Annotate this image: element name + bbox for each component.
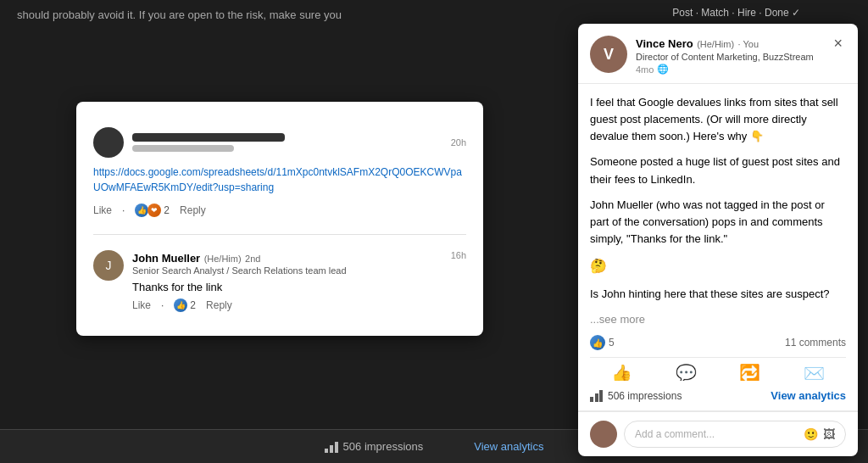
reactions-left: 👍 5 [590, 335, 615, 350]
bar1 [590, 397, 593, 402]
john-like-btn[interactable]: Like [132, 299, 151, 311]
comment1-like-btn[interactable]: Like [93, 204, 112, 216]
comment1-link[interactable]: https://docs.google.com/spreadsheets/d/1… [93, 165, 466, 195]
impressions-bar-icon [590, 390, 603, 402]
reaction-icon-1: 👍 [135, 204, 148, 217]
author-meta: 4mo 🌐 [636, 64, 814, 75]
comment1-like-count: 2 [164, 204, 170, 216]
media-upload-icon[interactable]: 🖼 [823, 427, 835, 441]
comment-action-icon: 💬 [676, 365, 697, 381]
john-actions: Like · 👍 2 Reply [132, 298, 466, 312]
comment-divider [93, 234, 466, 235]
view-analytics-link[interactable]: View analytics [771, 389, 846, 402]
impressions-bar: 506 impressions View analytics [578, 381, 858, 411]
comment-input-row: Add a comment... 🙂 🖼 [578, 411, 858, 456]
john-avatar: J [93, 250, 124, 281]
close-button[interactable]: × [830, 36, 846, 51]
author-subtitle: Director of Content Marketing, BuzzStrea… [636, 52, 814, 62]
author-name-row: Vince Nero (He/Him) · You [636, 36, 814, 51]
linkedin-comments-card: 20h https://docs.google.com/spreadsheets… [76, 102, 483, 336]
top-bar-hint: Post · Match · Hire · Done ✓ [672, 7, 800, 19]
reactions-count: 5 [609, 337, 615, 349]
bottom-impression-count: 506 impressions [343, 440, 424, 453]
john-comment-block: J John Mueller (He/Him) 2nd 16h Senior S… [93, 243, 466, 319]
post-paragraph-2: Someone posted a huge list of guest post… [590, 153, 846, 187]
blurred-name-area [132, 133, 442, 152]
john-name: John Mueller [132, 252, 200, 265]
comment-action-btn[interactable]: 💬 Comment [665, 365, 707, 381]
comment1-timestamp: 20h [451, 137, 466, 148]
john-badge: 2nd [245, 254, 260, 264]
blurred-name-line [132, 133, 285, 142]
post-paragraph-1: I feel that Google devalues links from s… [590, 94, 846, 145]
bottom-bar3 [335, 442, 338, 453]
impressions-count: 506 impressions [608, 390, 682, 402]
see-more-link[interactable]: ...see more [590, 313, 645, 326]
comment1-dot: · [122, 204, 125, 216]
like-action-btn[interactable]: 👍 Like [601, 365, 643, 381]
globe-icon: 🌐 [657, 64, 669, 75]
comment1-actions: Like · 👍 ❤ 2 Reply [93, 204, 466, 217]
impressions-left: 506 impressions [590, 390, 682, 402]
john-dot: · [161, 299, 164, 311]
bottom-bar1 [325, 449, 328, 453]
post-emoji: 🤔 [590, 259, 607, 273]
post-question: Is John hinting here that these sites ar… [590, 286, 846, 303]
bottom-impressions: 506 impressions [325, 440, 424, 453]
avatar-blurred [93, 127, 124, 158]
bar2 [595, 393, 598, 402]
john-timestamp: 16h [451, 250, 466, 260]
send-action-btn[interactable]: ✉️ Send [793, 365, 835, 381]
post-author-avatar: V [590, 36, 627, 73]
comments-count: 11 comments [785, 337, 846, 349]
send-action-icon: ✉️ [804, 365, 825, 381]
post-paragraph-3: John Mueller (who was not tagged in the … [590, 197, 846, 248]
john-pronouns: (He/Him) [204, 254, 242, 264]
post-content: I feel that Google devalues links from s… [590, 94, 846, 328]
post-body: I feel that Google devalues links from s… [578, 84, 858, 381]
comment-placeholder: Add a comment... [635, 428, 715, 440]
john-title: Senior Search Analyst / Search Relations… [132, 265, 466, 276]
comment-block-1: 20h https://docs.google.com/spreadsheets… [93, 119, 466, 226]
blurred-sub-line [132, 145, 234, 152]
repost-action-btn[interactable]: 🔁 Repost [729, 365, 771, 381]
john-reaction-icon: 👍 [174, 298, 187, 312]
linkedin-post-panel: V Vince Nero (He/Him) · You Director of … [578, 24, 858, 456]
bottom-view-analytics[interactable]: View analytics [474, 440, 543, 453]
author-you: · You [738, 39, 759, 49]
post-header: V Vince Nero (He/Him) · You Director of … [578, 24, 858, 84]
emoji-picker-icon[interactable]: 🙂 [804, 427, 818, 441]
john-info: John Mueller (He/Him) 2nd 16h Senior Sea… [132, 250, 466, 276]
reaction-icon-2: ❤ [147, 204, 161, 217]
post-author-info: Vince Nero (He/Him) · You Director of Co… [636, 36, 814, 75]
comment-input-field[interactable]: Add a comment... 🙂 🖼 [624, 421, 846, 448]
like-reaction-icon: 👍 [590, 335, 605, 350]
comment-input-icons: 🙂 🖼 [804, 427, 835, 441]
commenter-avatar [590, 421, 617, 448]
bottom-bar-chart-icon [325, 441, 338, 453]
repost-action-icon: 🔁 [739, 365, 760, 381]
john-reactions: 👍 2 [174, 298, 196, 312]
comment1-reactions: 👍 ❤ 2 [135, 204, 170, 217]
john-message: Thanks for the link [132, 281, 466, 293]
author-name: Vince Nero [636, 37, 693, 50]
bottom-bar2 [330, 445, 333, 453]
post-action-bar: 👍 Like 💬 Comment 🔁 Repost ✉️ Send [590, 358, 846, 381]
john-content: John Mueller (He/Him) 2nd 16h Senior Sea… [132, 250, 466, 312]
john-like-count: 2 [190, 299, 196, 311]
like-action-icon: 👍 [611, 365, 632, 381]
comment1-reply-btn[interactable]: Reply [180, 204, 206, 216]
john-reply-btn[interactable]: Reply [206, 299, 232, 311]
author-pronouns: (He/Him) [697, 39, 734, 49]
reactions-row: 👍 5 11 comments [590, 328, 846, 358]
comment-header-1: 20h [93, 127, 466, 158]
author-time: 4mo [636, 64, 654, 75]
bar3 [599, 390, 603, 402]
